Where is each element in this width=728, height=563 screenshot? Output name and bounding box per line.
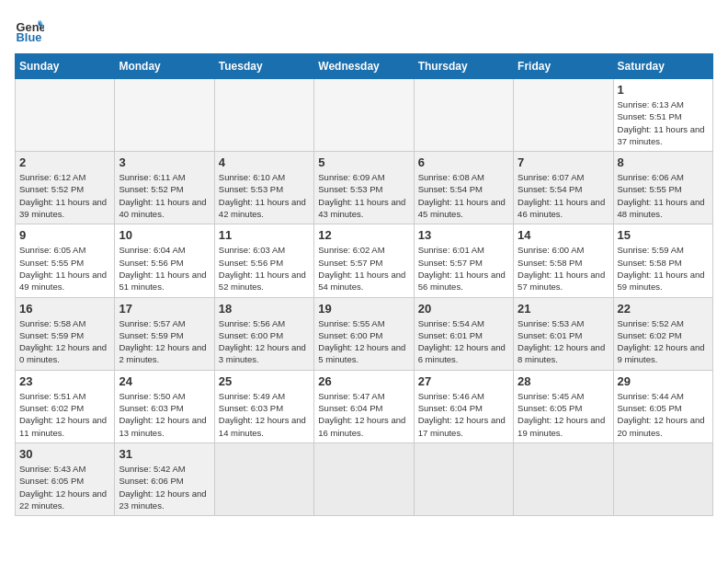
day-number: 7 bbox=[518, 155, 609, 169]
calendar-cell: 17Sunrise: 5:57 AM Sunset: 5:59 PM Dayli… bbox=[115, 297, 214, 370]
day-info: Sunrise: 6:12 AM Sunset: 5:52 PM Dayligh… bbox=[19, 171, 110, 220]
day-info: Sunrise: 5:52 AM Sunset: 6:02 PM Dayligh… bbox=[618, 317, 709, 366]
calendar-cell: 1Sunrise: 6:13 AM Sunset: 5:51 PM Daylig… bbox=[613, 79, 712, 152]
day-info: Sunrise: 6:08 AM Sunset: 5:54 PM Dayligh… bbox=[418, 171, 509, 220]
weekday-header: Tuesday bbox=[214, 54, 313, 79]
day-number: 19 bbox=[318, 302, 409, 316]
day-info: Sunrise: 6:01 AM Sunset: 5:57 PM Dayligh… bbox=[418, 244, 509, 293]
day-number: 22 bbox=[618, 302, 709, 316]
day-info: Sunrise: 6:10 AM Sunset: 5:53 PM Dayligh… bbox=[219, 171, 310, 220]
calendar-cell bbox=[514, 79, 613, 152]
calendar-cell bbox=[214, 442, 313, 515]
calendar-cell: 20Sunrise: 5:54 AM Sunset: 6:01 PM Dayli… bbox=[414, 297, 513, 370]
day-number: 10 bbox=[119, 228, 210, 242]
day-info: Sunrise: 5:59 AM Sunset: 5:58 PM Dayligh… bbox=[618, 244, 709, 293]
day-number: 6 bbox=[418, 155, 509, 169]
day-number: 12 bbox=[318, 228, 409, 242]
calendar-cell bbox=[314, 79, 414, 152]
calendar-cell: 18Sunrise: 5:56 AM Sunset: 6:00 PM Dayli… bbox=[214, 297, 313, 370]
svg-text:Blue: Blue bbox=[17, 30, 42, 44]
calendar-cell bbox=[115, 79, 214, 152]
calendar-cell: 15Sunrise: 5:59 AM Sunset: 5:58 PM Dayli… bbox=[613, 224, 712, 297]
calendar-cell: 26Sunrise: 5:47 AM Sunset: 6:04 PM Dayli… bbox=[314, 370, 414, 442]
calendar-cell: 16Sunrise: 5:58 AM Sunset: 5:59 PM Dayli… bbox=[16, 297, 115, 370]
day-info: Sunrise: 5:58 AM Sunset: 5:59 PM Dayligh… bbox=[19, 317, 110, 366]
calendar-cell: 14Sunrise: 6:00 AM Sunset: 5:58 PM Dayli… bbox=[514, 224, 613, 297]
day-info: Sunrise: 5:55 AM Sunset: 6:00 PM Dayligh… bbox=[318, 317, 409, 366]
day-info: Sunrise: 6:07 AM Sunset: 5:54 PM Dayligh… bbox=[518, 171, 609, 220]
day-number: 27 bbox=[418, 374, 509, 388]
logo-icon: General Blue bbox=[15, 15, 44, 44]
day-info: Sunrise: 6:13 AM Sunset: 5:51 PM Dayligh… bbox=[618, 98, 709, 147]
logo: General Blue bbox=[15, 15, 48, 44]
day-info: Sunrise: 6:00 AM Sunset: 5:58 PM Dayligh… bbox=[518, 244, 609, 293]
day-info: Sunrise: 5:44 AM Sunset: 6:05 PM Dayligh… bbox=[618, 390, 709, 439]
calendar-cell: 6Sunrise: 6:08 AM Sunset: 5:54 PM Daylig… bbox=[414, 152, 513, 224]
day-number: 17 bbox=[119, 302, 210, 316]
calendar-cell: 19Sunrise: 5:55 AM Sunset: 6:00 PM Dayli… bbox=[314, 297, 414, 370]
calendar-cell: 24Sunrise: 5:50 AM Sunset: 6:03 PM Dayli… bbox=[115, 370, 214, 442]
day-info: Sunrise: 6:09 AM Sunset: 5:53 PM Dayligh… bbox=[318, 171, 409, 220]
calendar-header-row: SundayMondayTuesdayWednesdayThursdayFrid… bbox=[16, 54, 713, 79]
day-number: 30 bbox=[19, 447, 110, 461]
day-number: 1 bbox=[618, 83, 709, 97]
calendar-week-row: 2Sunrise: 6:12 AM Sunset: 5:52 PM Daylig… bbox=[16, 152, 713, 224]
day-number: 29 bbox=[618, 374, 709, 388]
day-number: 24 bbox=[119, 374, 210, 388]
day-number: 2 bbox=[19, 155, 110, 169]
calendar-cell: 25Sunrise: 5:49 AM Sunset: 6:03 PM Dayli… bbox=[214, 370, 313, 442]
day-number: 28 bbox=[518, 374, 609, 388]
day-number: 13 bbox=[418, 228, 509, 242]
calendar-cell: 9Sunrise: 6:05 AM Sunset: 5:55 PM Daylig… bbox=[16, 224, 115, 297]
calendar-week-row: 1Sunrise: 6:13 AM Sunset: 5:51 PM Daylig… bbox=[16, 79, 713, 152]
weekday-header: Wednesday bbox=[314, 54, 414, 79]
calendar-week-row: 16Sunrise: 5:58 AM Sunset: 5:59 PM Dayli… bbox=[16, 297, 713, 370]
day-info: Sunrise: 5:54 AM Sunset: 6:01 PM Dayligh… bbox=[418, 317, 509, 366]
day-info: Sunrise: 5:50 AM Sunset: 6:03 PM Dayligh… bbox=[119, 390, 210, 439]
day-info: Sunrise: 5:51 AM Sunset: 6:02 PM Dayligh… bbox=[19, 390, 110, 439]
day-number: 3 bbox=[119, 155, 210, 169]
calendar-cell bbox=[514, 442, 613, 515]
day-info: Sunrise: 5:42 AM Sunset: 6:06 PM Dayligh… bbox=[119, 463, 210, 511]
day-number: 21 bbox=[518, 302, 609, 316]
day-number: 16 bbox=[19, 302, 110, 316]
calendar-cell bbox=[16, 79, 115, 152]
calendar-cell: 13Sunrise: 6:01 AM Sunset: 5:57 PM Dayli… bbox=[414, 224, 513, 297]
day-info: Sunrise: 6:06 AM Sunset: 5:55 PM Dayligh… bbox=[618, 171, 709, 220]
calendar-cell: 10Sunrise: 6:04 AM Sunset: 5:56 PM Dayli… bbox=[115, 224, 214, 297]
day-info: Sunrise: 6:02 AM Sunset: 5:57 PM Dayligh… bbox=[318, 244, 409, 293]
day-number: 25 bbox=[219, 374, 310, 388]
calendar: SundayMondayTuesdayWednesdayThursdayFrid… bbox=[15, 53, 713, 516]
calendar-cell: 4Sunrise: 6:10 AM Sunset: 5:53 PM Daylig… bbox=[214, 152, 313, 224]
weekday-header: Monday bbox=[115, 54, 214, 79]
weekday-header: Sunday bbox=[16, 54, 115, 79]
calendar-cell: 5Sunrise: 6:09 AM Sunset: 5:53 PM Daylig… bbox=[314, 152, 414, 224]
day-number: 15 bbox=[618, 228, 709, 242]
day-info: Sunrise: 5:49 AM Sunset: 6:03 PM Dayligh… bbox=[219, 390, 310, 439]
weekday-header: Thursday bbox=[414, 54, 513, 79]
day-info: Sunrise: 5:45 AM Sunset: 6:05 PM Dayligh… bbox=[518, 390, 609, 439]
calendar-week-row: 23Sunrise: 5:51 AM Sunset: 6:02 PM Dayli… bbox=[16, 370, 713, 442]
day-number: 14 bbox=[518, 228, 609, 242]
day-info: Sunrise: 5:43 AM Sunset: 6:05 PM Dayligh… bbox=[19, 463, 110, 511]
day-info: Sunrise: 6:04 AM Sunset: 5:56 PM Dayligh… bbox=[119, 244, 210, 293]
day-number: 8 bbox=[618, 155, 709, 169]
day-number: 9 bbox=[19, 228, 110, 242]
day-info: Sunrise: 6:11 AM Sunset: 5:52 PM Dayligh… bbox=[119, 171, 210, 220]
weekday-header: Saturday bbox=[613, 54, 712, 79]
calendar-cell bbox=[414, 79, 513, 152]
calendar-cell: 2Sunrise: 6:12 AM Sunset: 5:52 PM Daylig… bbox=[16, 152, 115, 224]
calendar-cell: 12Sunrise: 6:02 AM Sunset: 5:57 PM Dayli… bbox=[314, 224, 414, 297]
day-info: Sunrise: 5:47 AM Sunset: 6:04 PM Dayligh… bbox=[318, 390, 409, 439]
day-info: Sunrise: 5:53 AM Sunset: 6:01 PM Dayligh… bbox=[518, 317, 609, 366]
day-number: 23 bbox=[19, 374, 110, 388]
day-info: Sunrise: 5:57 AM Sunset: 5:59 PM Dayligh… bbox=[119, 317, 210, 366]
calendar-cell: 7Sunrise: 6:07 AM Sunset: 5:54 PM Daylig… bbox=[514, 152, 613, 224]
day-info: Sunrise: 5:46 AM Sunset: 6:04 PM Dayligh… bbox=[418, 390, 509, 439]
day-number: 20 bbox=[418, 302, 509, 316]
header: General Blue bbox=[15, 15, 713, 44]
calendar-cell: 23Sunrise: 5:51 AM Sunset: 6:02 PM Dayli… bbox=[16, 370, 115, 442]
calendar-cell bbox=[414, 442, 513, 515]
calendar-cell bbox=[214, 79, 313, 152]
calendar-cell bbox=[613, 442, 712, 515]
